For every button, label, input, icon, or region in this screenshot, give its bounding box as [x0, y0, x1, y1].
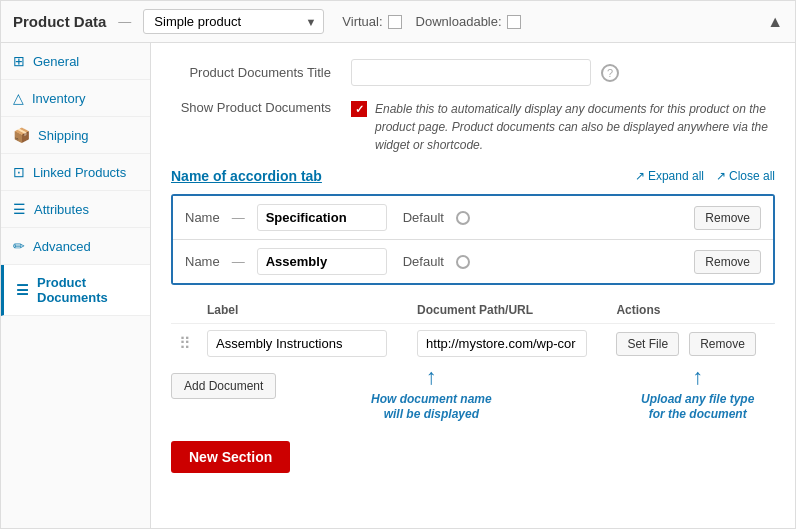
show-docs-description: Enable this to automatically display any…	[375, 100, 775, 154]
product-type-select-wrap[interactable]: Simple product Variable product Grouped …	[143, 9, 324, 34]
accordion-actions: ↗ Expand all ↗ Close all	[635, 169, 775, 183]
show-product-documents-row: Show Product Documents Enable this to au…	[171, 100, 775, 154]
tab-remove-button-1[interactable]: Remove	[694, 206, 761, 230]
tab-container: Name — Default Remove Name — Default Rem…	[171, 194, 775, 285]
accordion-header: Name of accordion tab ↗ Expand all ↗ Clo…	[171, 168, 775, 184]
doc-url-input[interactable]	[417, 330, 587, 357]
tab-default-label-2: Default	[403, 254, 444, 269]
general-icon: ⊞	[13, 53, 25, 69]
content-area: Product Documents Title ? Show Product D…	[151, 43, 795, 528]
expand-icon: ↗	[635, 169, 645, 183]
product-documents-title-label: Product Documents Title	[171, 65, 341, 80]
expand-all-label: Expand all	[648, 169, 704, 183]
new-section-area: New Section	[171, 435, 775, 473]
attributes-icon: ☰	[13, 201, 26, 217]
tab-row-assembly: Name — Default Remove	[173, 239, 773, 283]
sidebar-item-product-documents-label: Product Documents	[37, 275, 138, 305]
sidebar-item-general[interactable]: ⊞ General	[1, 43, 150, 80]
virtual-option: Virtual:	[342, 14, 401, 29]
remove-doc-button[interactable]: Remove	[689, 332, 756, 356]
downloadable-checkbox[interactable]	[507, 15, 521, 29]
sidebar-item-linked-products-label: Linked Products	[33, 165, 126, 180]
annotation-arrow-1: ↑	[426, 363, 437, 392]
document-table: Label Document Path/URL Actions ⠿	[171, 297, 775, 363]
tab-row-specification: Name — Default Remove	[173, 196, 773, 239]
panel-title: Product Data	[13, 13, 106, 30]
tab-default-radio-1[interactable]	[456, 211, 470, 225]
downloadable-label: Downloadable:	[416, 14, 502, 29]
add-document-button[interactable]: Add Document	[171, 373, 276, 399]
set-file-button[interactable]: Set File	[616, 332, 679, 356]
annotation-label-name: ↑ How document namewill be displayed	[371, 363, 492, 423]
new-section-button[interactable]: New Section	[171, 441, 290, 473]
tab-default-label-1: Default	[403, 210, 444, 225]
sidebar-item-product-documents[interactable]: ☰ Product Documents	[1, 265, 150, 316]
drag-col-header	[171, 297, 199, 324]
close-all-label: Close all	[729, 169, 775, 183]
tab-name-input-specification[interactable]	[257, 204, 387, 231]
shipping-icon: 📦	[13, 127, 30, 143]
show-product-documents-label: Show Product Documents	[171, 100, 341, 115]
annotation-arrow-2: ↑	[692, 363, 703, 392]
header-dash: —	[118, 14, 131, 29]
url-col-header: Document Path/URL	[409, 297, 608, 324]
tab-dash-2: —	[232, 254, 245, 269]
inventory-icon: △	[13, 90, 24, 106]
product-documents-icon: ☰	[16, 282, 29, 298]
sidebar-item-shipping[interactable]: 📦 Shipping	[1, 117, 150, 154]
product-type-select[interactable]: Simple product Variable product Grouped …	[143, 9, 324, 34]
close-all-button[interactable]: ↗ Close all	[716, 169, 775, 183]
show-docs-checkbox[interactable]	[351, 101, 367, 117]
advanced-icon: ✏	[13, 238, 25, 254]
linked-products-icon: ⊡	[13, 164, 25, 180]
product-documents-title-row: Product Documents Title ?	[171, 59, 775, 86]
sidebar-item-advanced[interactable]: ✏ Advanced	[1, 228, 150, 265]
annotation-text-2: Upload any file typefor the document	[641, 392, 754, 423]
panel-header: Product Data — Simple product Variable p…	[1, 1, 795, 43]
sidebar-item-attributes[interactable]: ☰ Attributes	[1, 191, 150, 228]
header-meta: Virtual: Downloadable:	[342, 14, 520, 29]
collapse-button[interactable]: ▲	[767, 13, 783, 31]
add-doc-area: Add Document ↑ How document namewill be …	[171, 373, 775, 399]
virtual-label: Virtual:	[342, 14, 382, 29]
sidebar-item-general-label: General	[33, 54, 79, 69]
tab-name-label-1: Name	[185, 210, 220, 225]
doc-actions-area: Set File Remove	[616, 332, 767, 356]
tab-default-radio-2[interactable]	[456, 255, 470, 269]
drag-handle-icon[interactable]: ⠿	[179, 335, 191, 352]
main-layout: ⊞ General △ Inventory 📦 Shipping ⊡ Linke…	[1, 43, 795, 528]
tab-name-label-2: Name	[185, 254, 220, 269]
sidebar-item-inventory[interactable]: △ Inventory	[1, 80, 150, 117]
expand-all-button[interactable]: ↗ Expand all	[635, 169, 704, 183]
show-docs-content: Enable this to automatically display any…	[351, 100, 775, 154]
sidebar-item-advanced-label: Advanced	[33, 239, 91, 254]
annotation-upload-type: ↑ Upload any file typefor the document	[641, 363, 754, 423]
annotation-text-1: How document namewill be displayed	[371, 392, 492, 423]
sidebar: ⊞ General △ Inventory 📦 Shipping ⊡ Linke…	[1, 43, 151, 528]
help-icon[interactable]: ?	[601, 64, 619, 82]
virtual-checkbox[interactable]	[388, 15, 402, 29]
doc-table-row: ⠿ Set File Remove	[171, 324, 775, 364]
downloadable-option: Downloadable:	[416, 14, 521, 29]
close-icon: ↗	[716, 169, 726, 183]
tab-dash-1: —	[232, 210, 245, 225]
sidebar-item-attributes-label: Attributes	[34, 202, 89, 217]
doc-label-input[interactable]	[207, 330, 387, 357]
actions-col-header: Actions	[608, 297, 775, 324]
sidebar-item-shipping-label: Shipping	[38, 128, 89, 143]
product-documents-title-input[interactable]	[351, 59, 591, 86]
accordion-title[interactable]: Name of accordion tab	[171, 168, 322, 184]
tab-name-input-assembly[interactable]	[257, 248, 387, 275]
tab-remove-button-2[interactable]: Remove	[694, 250, 761, 274]
sidebar-item-inventory-label: Inventory	[32, 91, 85, 106]
sidebar-item-linked-products[interactable]: ⊡ Linked Products	[1, 154, 150, 191]
label-col-header: Label	[199, 297, 409, 324]
product-data-panel: Product Data — Simple product Variable p…	[0, 0, 796, 529]
